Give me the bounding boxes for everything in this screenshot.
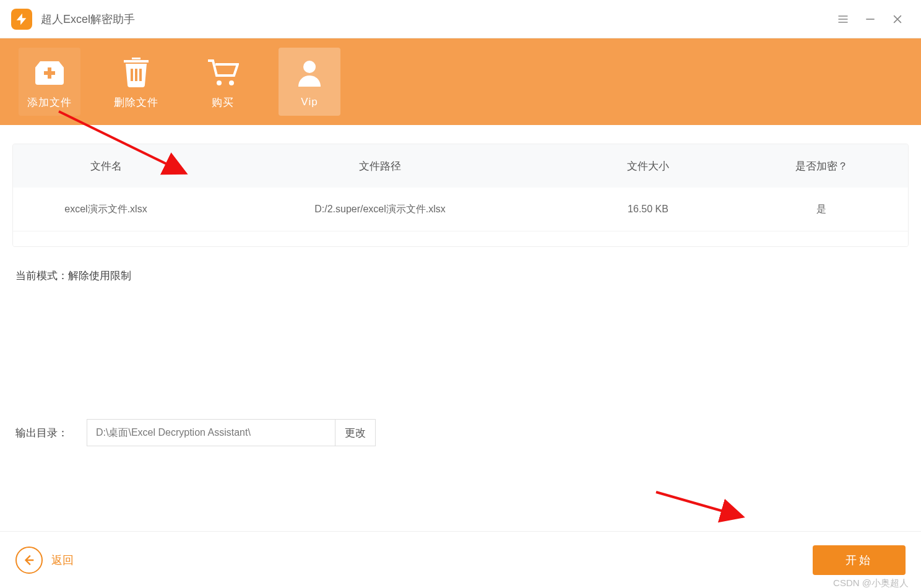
col-encrypted: 是否加密？	[735, 159, 908, 173]
output-label: 输出目录：	[15, 426, 68, 440]
back-arrow-icon	[15, 547, 43, 574]
vip-button[interactable]: Vip	[279, 48, 340, 116]
col-filepath: 文件路径	[199, 159, 561, 173]
cart-icon	[207, 54, 239, 90]
delete-file-button[interactable]: 删除文件	[105, 48, 167, 116]
svg-point-4	[229, 80, 234, 85]
annotation-arrow-2	[653, 489, 752, 526]
svg-point-5	[303, 61, 316, 73]
output-block: 输出目录： 更改	[12, 413, 909, 452]
svg-point-3	[217, 80, 222, 85]
file-table: 文件名 文件路径 文件大小 是否加密？ excel演示文件.xlsx D:/2.…	[12, 144, 909, 247]
svg-rect-2	[139, 69, 142, 81]
change-button[interactable]: 更改	[335, 420, 375, 446]
user-icon	[297, 55, 322, 91]
app-logo	[11, 9, 32, 30]
add-file-icon	[33, 54, 66, 90]
table-row[interactable]: excel演示文件.xlsx D:/2.super/excel演示文件.xlsx…	[13, 188, 908, 231]
back-button[interactable]: 返回	[15, 547, 74, 574]
bottom-bar: 返回 开始	[0, 531, 921, 588]
cell-filepath: D:/2.super/excel演示文件.xlsx	[199, 203, 561, 216]
table-spacer	[13, 231, 908, 246]
svg-rect-1	[135, 69, 137, 81]
table-header-row: 文件名 文件路径 文件大小 是否加密？	[13, 144, 908, 188]
output-field: 更改	[87, 419, 376, 446]
app-title: 超人Excel解密助手	[41, 12, 135, 27]
title-bar: 超人Excel解密助手	[0, 0, 921, 38]
toolbar: 添加文件 删除文件 购买 Vip	[0, 38, 921, 125]
watermark: CSDN @小奥超人	[833, 577, 909, 588]
add-file-label: 添加文件	[27, 95, 72, 110]
cell-encrypted: 是	[735, 203, 908, 216]
mode-value: 解除使用限制	[68, 270, 131, 282]
col-filesize: 文件大小	[561, 159, 735, 173]
buy-button[interactable]: 购买	[192, 48, 254, 116]
menu-icon[interactable]	[831, 7, 855, 32]
add-file-button[interactable]: 添加文件	[19, 48, 80, 116]
mode-block: 当前模式：解除使用限制	[12, 247, 909, 289]
cell-filename: excel演示文件.xlsx	[13, 203, 199, 216]
content-area: 文件名 文件路径 文件大小 是否加密？ excel演示文件.xlsx D:/2.…	[0, 125, 921, 459]
back-label: 返回	[51, 553, 74, 568]
delete-file-label: 删除文件	[114, 95, 158, 110]
close-icon[interactable]	[885, 7, 910, 32]
vip-label: Vip	[301, 96, 318, 108]
minimize-icon[interactable]	[858, 7, 883, 32]
svg-line-7	[656, 492, 743, 517]
start-button[interactable]: 开始	[813, 545, 906, 575]
svg-rect-0	[131, 69, 133, 81]
mode-label: 当前模式：	[15, 270, 68, 282]
buy-label: 购买	[212, 95, 234, 110]
cell-filesize: 16.50 KB	[561, 204, 735, 215]
col-filename: 文件名	[13, 159, 199, 173]
trash-icon	[123, 54, 149, 90]
output-path-input[interactable]	[87, 420, 335, 446]
